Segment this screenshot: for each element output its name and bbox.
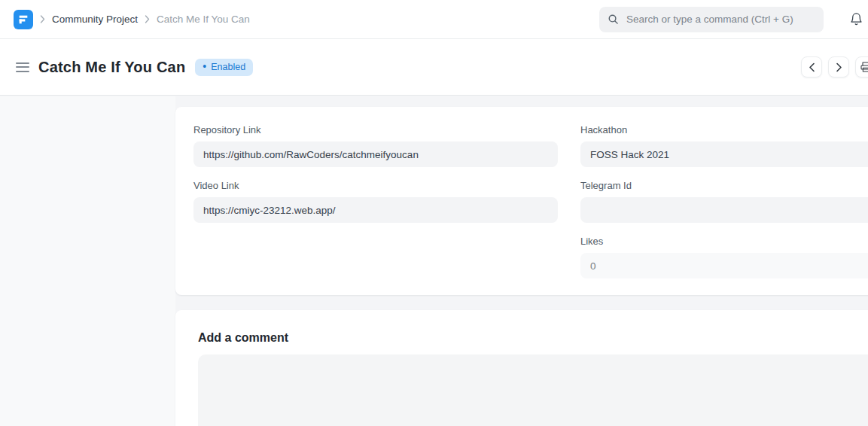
bell-icon	[849, 12, 863, 26]
status-dot-icon: •	[203, 61, 206, 72]
field-label: Likes	[580, 235, 868, 248]
field-hackathon: Hackathon	[580, 123, 868, 167]
field-label: Telegram Id	[580, 179, 868, 193]
page-header: Catch Me If You Can • Enabled	[0, 39, 868, 96]
page-content: Repository Link Video Link Hackathon Tel…	[0, 96, 868, 426]
hamburger-icon	[16, 62, 29, 64]
next-record-button[interactable]	[828, 56, 849, 78]
form-sidebar-area	[0, 96, 175, 426]
form-section-card: Repository Link Video Link Hackathon Tel…	[175, 107, 868, 295]
field-label: Hackathon	[580, 123, 868, 137]
video-link-input[interactable]	[193, 197, 558, 223]
status-badge-label: Enabled	[211, 62, 245, 72]
telegram-id-input[interactable]	[580, 197, 868, 223]
form-column-right: Hackathon Telegram Id Likes	[580, 123, 868, 278]
repository-link-input[interactable]	[193, 141, 558, 167]
hamburger-icon	[16, 66, 29, 68]
field-video-link: Video Link	[193, 179, 558, 223]
hamburger-icon	[16, 71, 29, 72]
breadcrumb-chevron-icon	[145, 15, 150, 23]
frappe-logo-icon	[17, 14, 29, 26]
field-label: Repository Link	[193, 123, 558, 137]
print-button[interactable]	[855, 56, 868, 78]
status-badge: • Enabled	[195, 59, 253, 76]
global-search[interactable]	[599, 7, 824, 32]
hackathon-input[interactable]	[580, 141, 868, 167]
add-comment-heading: Add a comment	[198, 331, 868, 345]
form-layout: Repository Link Video Link Hackathon Tel…	[175, 107, 868, 426]
page-title: Catch Me If You Can	[38, 59, 185, 76]
comments-section-card: Add a comment	[175, 310, 868, 426]
comment-input-box[interactable]	[198, 354, 868, 426]
printer-icon	[860, 61, 868, 73]
frappe-logo[interactable]	[14, 10, 33, 29]
field-likes: Likes	[580, 235, 868, 278]
previous-record-button[interactable]	[801, 56, 822, 78]
field-repository-link: Repository Link	[193, 123, 558, 167]
search-icon	[608, 14, 619, 25]
notifications-button[interactable]	[848, 11, 865, 28]
header-actions	[801, 56, 868, 78]
chevron-left-icon	[809, 62, 815, 72]
breadcrumb-item-current: Catch Me If You Can	[157, 14, 250, 25]
form-column-left: Repository Link Video Link	[193, 123, 558, 223]
breadcrumb-item-community-project[interactable]: Community Project	[52, 14, 138, 25]
field-label: Video Link	[193, 179, 558, 193]
search-input[interactable]	[625, 13, 815, 26]
frappe-desk-page: { "navbar": { "logo_icon": "frappe-logo"…	[0, 0, 868, 426]
sidebar-toggle-button[interactable]	[14, 59, 31, 75]
top-navbar: Community Project Catch Me If You Can	[0, 0, 868, 39]
breadcrumb-chevron-icon	[40, 15, 45, 23]
likes-input	[580, 253, 868, 278]
field-telegram-id: Telegram Id	[580, 179, 868, 223]
chevron-right-icon	[836, 62, 842, 72]
